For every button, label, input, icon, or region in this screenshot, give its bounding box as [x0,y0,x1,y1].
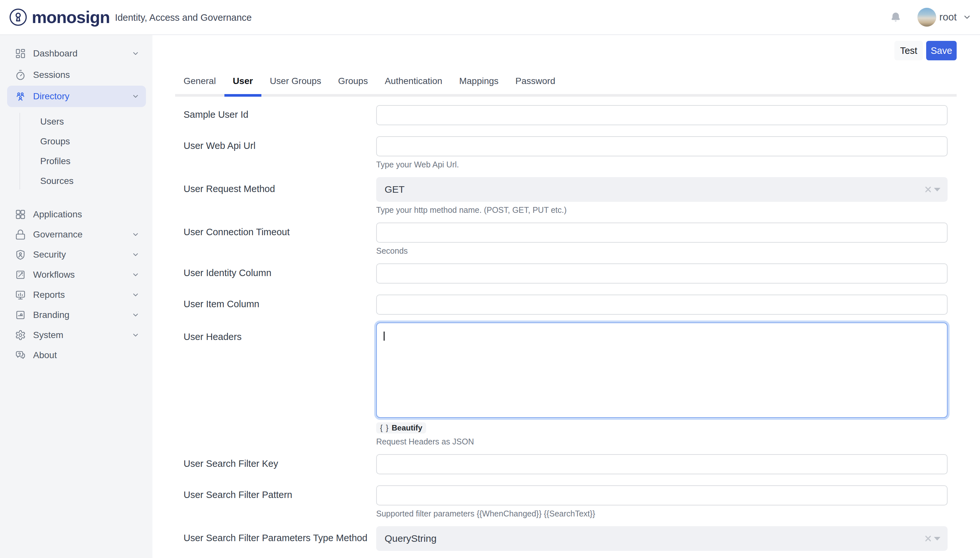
chevron-down-icon [132,311,139,319]
user-search-filter-parameters-type-method-select[interactable]: QueryString [376,526,947,551]
field-label: User Search Filter Pattern [183,485,376,518]
sidebar-item-system[interactable]: System [7,325,146,345]
sidebar-item-about[interactable]: About [7,345,146,365]
sidebar-item-label: Applications [33,209,139,220]
clear-selection-icon[interactable] [925,535,931,542]
tab-user-groups[interactable]: User Groups [262,75,330,88]
app-tagline: Identity, Access and Governance [115,11,252,23]
sidebar-item-label: About [33,350,139,360]
tab-groups[interactable]: Groups [330,75,376,88]
field-help-text: Seconds [376,246,947,255]
test-button[interactable]: Test [894,41,923,60]
field-label: Sample User Id [183,105,376,125]
field-label: User Search Filter Key [183,454,376,474]
sidebar-subitem-profiles[interactable]: Profiles [0,151,152,171]
submenu-guide-line [20,113,20,189]
app-header: monosign Identity, Access and Governance… [0,0,980,35]
save-button[interactable]: Save [926,41,957,60]
gear-icon [15,330,26,341]
sidebar-item-dashboard[interactable]: Dashboard [7,43,146,64]
braces-icon: { } [380,424,389,432]
sidebar-item-branding[interactable]: Branding [7,305,146,325]
form-row-user-web-api-url: User Web Api UrlType your Web Api Url. [183,136,957,169]
chevron-down-icon [132,231,139,238]
form-row-user-headers: User Headers{ }BeautifyRequest Headers a… [183,322,957,446]
field-label: User Identity Column [183,263,376,284]
tab-bar: GeneralUserUser GroupsGroupsAuthenticati… [175,75,957,97]
text-cursor [384,332,384,341]
field-label: User Request Method [183,177,376,214]
help-bubbles-icon [15,350,26,361]
apps-icon [15,209,26,220]
sidebar-submenu: UsersGroupsProfilesSources [0,112,152,191]
tab-user[interactable]: User [224,75,262,88]
main-content: Test Save GeneralUserUser GroupsGroupsAu… [152,35,980,558]
form-row-user-connection-timeout: User Connection TimeoutSeconds [183,223,957,255]
field-label: User Item Column [183,295,376,315]
chevron-down-icon [132,251,139,259]
user-headers-textarea[interactable] [376,322,947,418]
user-search-filter-key-input[interactable] [376,454,947,474]
sample-user-id-input[interactable] [376,105,947,125]
user-avatar[interactable] [918,8,936,26]
field-label: User Search Filter Parameters Type Metho… [183,526,376,551]
sidebar-item-label: Governance [33,229,132,240]
form-row-user-identity-column: User Identity Column [183,263,957,284]
field-label: User Connection Timeout [183,223,376,255]
sidebar-item-workflows[interactable]: Workflows [7,265,146,285]
select-value: QueryString [384,533,437,544]
sidebar-item-label: Workflows [33,269,132,280]
sliders-icon [15,310,26,320]
sidebar-item-applications[interactable]: Applications [7,204,146,225]
field-help-text: Type your http method name. (POST, GET, … [376,206,947,214]
user-request-method-select[interactable]: GET [376,177,947,202]
tab-authentication[interactable]: Authentication [376,75,450,88]
user-identity-column-input[interactable] [376,263,947,284]
field-label: User Headers [183,322,376,446]
app: monosign Identity, Access and Governance… [0,0,980,558]
sidebar-item-reports[interactable]: Reports [7,285,146,305]
tab-mappings[interactable]: Mappings [451,75,507,88]
field-help-text: Type your Web Api Url. [376,160,947,169]
user-connection-timeout-input[interactable] [376,223,947,243]
field-help-text: Request Headers as JSON [376,437,947,446]
sidebar-subitem-groups[interactable]: Groups [0,131,152,151]
tab-password[interactable]: Password [507,75,564,88]
clear-selection-icon[interactable] [925,186,931,193]
beautify-button[interactable]: { }Beautify [376,422,426,433]
field-help-text: Supported filter parameters {{WhenChange… [376,509,947,518]
shield-user-icon [15,249,26,260]
user-menu-chevron-icon[interactable] [962,13,972,22]
sidebar-item-label: Security [33,249,132,260]
form-row-sample-user-id: Sample User Id [183,105,957,125]
sidebar-item-label: Dashboard [33,48,132,59]
form-row-user-item-column: User Item Column [183,295,957,315]
chevron-down-icon [132,271,139,279]
sidebar-subitem-sources[interactable]: Sources [0,171,152,191]
stopwatch-icon [15,69,26,80]
select-value: GET [384,184,405,195]
form-row-user-request-method: User Request MethodGETType your http met… [183,177,957,214]
user-item-column-input[interactable] [376,295,947,315]
sidebar-subitem-users[interactable]: Users [0,112,152,131]
user-web-api-url-input[interactable] [376,136,947,156]
user-search-filter-pattern-input[interactable] [376,485,947,505]
sidebar-item-sessions[interactable]: Sessions [7,64,146,85]
sidebar-item-label: System [33,330,132,340]
tab-general[interactable]: General [175,75,224,88]
select-caret-icon[interactable] [934,187,941,191]
notifications-bell-icon[interactable] [890,11,901,23]
sidebar-item-label: Directory [33,91,132,102]
sidebar-item-directory[interactable]: Directory [7,85,146,107]
brand[interactable]: monosign [9,7,110,27]
select-caret-icon[interactable] [934,537,941,540]
form-row-user-search-filter-key: User Search Filter Key [183,454,957,474]
chevron-down-icon [132,50,139,57]
sidebar-item-security[interactable]: Security [7,245,146,265]
field-label: User Web Api Url [183,136,376,169]
report-chart-icon [15,289,26,300]
sidebar-item-governance[interactable]: Governance [7,225,146,245]
users-icon [15,91,26,102]
form-row-user-search-filter-pattern: User Search Filter PatternSupported filt… [183,485,957,518]
page-actions: Test Save [175,41,957,60]
